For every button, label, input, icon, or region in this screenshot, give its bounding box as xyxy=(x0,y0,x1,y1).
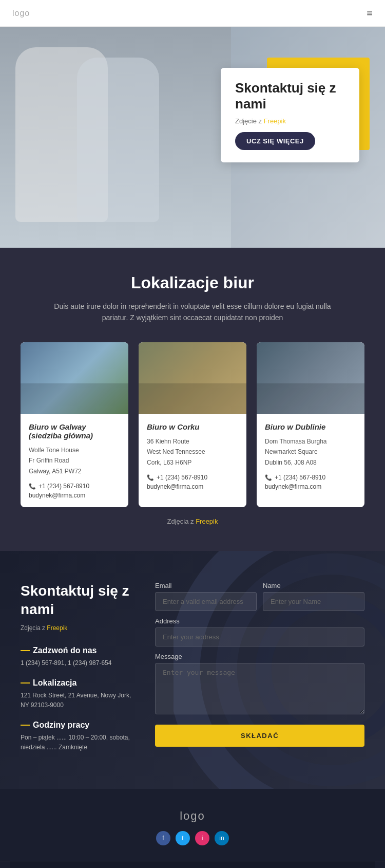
office-address-dublin: Dom Thomasa Burgha Newmarket Square Dubl… xyxy=(265,436,356,468)
office-name-cork: Biuro w Corku xyxy=(147,422,238,431)
message-label: Message xyxy=(155,653,364,660)
contact-hours: Godziny pracy Pon – piątek ...... 10:00 … xyxy=(21,721,134,752)
hero-card: Skontaktuj się z nami Zdjęcie z Freepik … xyxy=(221,68,359,162)
address-label: Address xyxy=(155,617,364,625)
hero-photo-credit: Zdjęcie z Freepik xyxy=(235,117,345,125)
office-body-galway: Biuro w Galway (siedziba główna) Wolfe T… xyxy=(21,414,128,507)
contact-section: Skontaktuj się z nami Zdjęcia z Freepik … xyxy=(0,551,385,789)
twitter-icon[interactable]: t xyxy=(176,831,190,845)
office-card-galway: Biuro w Galway (siedziba główna) Wolfe T… xyxy=(21,342,128,507)
address-input[interactable] xyxy=(155,627,364,647)
office-image-cork xyxy=(139,342,246,414)
office-image-galway xyxy=(21,342,128,414)
hero-people-image xyxy=(0,27,231,248)
hamburger-icon[interactable]: ≡ xyxy=(367,7,373,19)
contact-title: Skontaktuj się z nami xyxy=(21,582,134,619)
contact-location: Lokalizacja 121 Rock Street, 21 Avenue, … xyxy=(21,678,134,710)
contact-hours-text: Pon – piątek ...... 10:00 – 20:00, sobot… xyxy=(21,733,134,752)
office-image-dublin xyxy=(257,342,364,414)
footer-bottom: Sample text. Click to select the text bo… xyxy=(10,861,375,868)
instagram-icon[interactable]: i xyxy=(195,831,209,845)
office-address-cork: 36 Kiehn Route West Ned Tennessee Cork, … xyxy=(147,436,238,468)
contact-call-us: Zadzwoń do nas 1 (234) 567-891, 1 (234) … xyxy=(21,646,134,668)
contact-location-text: 121 Rock Street, 21 Avenue, Nowy Jork, N… xyxy=(21,691,134,710)
contact-call-heading: Zadzwoń do nas xyxy=(21,646,134,655)
office-card-dublin: Biuro w Dublinie Dom Thomasa Burgha Newm… xyxy=(257,342,364,507)
office-name-dublin: Biuro w Dublinie xyxy=(265,422,356,431)
contact-left-panel: Skontaktuj się z nami Zdjęcia z Freepik … xyxy=(21,582,134,763)
name-input[interactable] xyxy=(263,592,364,611)
hero-cta-button[interactable]: UCZ SIĘ WIĘCEJ xyxy=(235,132,315,150)
message-textarea[interactable] xyxy=(155,663,364,714)
form-group-message: Message xyxy=(155,653,364,714)
office-email-cork: budynek@firma.com xyxy=(147,483,238,490)
offices-freepik-link[interactable]: Freepik xyxy=(196,518,218,525)
office-phone-cork: +1 (234) 567-8910 xyxy=(147,474,238,481)
form-group-name: Name xyxy=(263,582,364,611)
office-card-cork: Biuro w Corku 36 Kiehn Route West Ned Te… xyxy=(139,342,246,507)
offices-title: Lokalizacje biur xyxy=(21,273,364,292)
office-email-dublin: budynek@firma.com xyxy=(265,483,356,490)
contact-photo-credit: Zdjęcia z Freepik xyxy=(21,624,134,632)
contact-hours-heading: Godziny pracy xyxy=(21,721,134,730)
linkedin-icon[interactable]: in xyxy=(215,831,229,845)
contact-freepik-link[interactable]: Freepik xyxy=(47,624,67,632)
form-group-email: Email xyxy=(155,582,257,611)
office-address-galway: Wolfe Tone House Fr Griffin Road Galway,… xyxy=(29,445,120,476)
offices-section: Lokalizacje biur Duis aute irure dolor i… xyxy=(0,248,385,551)
phone-icon xyxy=(265,474,272,481)
footer: logo f t i in Sample text. Click to sele… xyxy=(0,789,385,868)
hero-title: Skontaktuj się z nami xyxy=(235,80,345,112)
office-phone-galway: +1 (234) 567-8910 xyxy=(29,483,120,490)
form-group-address: Address xyxy=(155,617,364,647)
office-phone-dublin: +1 (234) 567-8910 xyxy=(265,474,356,481)
name-label: Name xyxy=(263,582,364,589)
form-row-email-name: Email Name xyxy=(155,582,364,611)
submit-button[interactable]: SKŁADAĆ xyxy=(155,725,364,747)
offices-description: Duis aute irure dolor in reprehenderit i… xyxy=(49,301,336,324)
facebook-icon[interactable]: f xyxy=(156,831,170,845)
contact-form-panel: Email Name Address Message SKŁADAĆ xyxy=(155,582,364,763)
hero-freepik-link[interactable]: Freepik xyxy=(264,117,286,125)
contact-location-heading: Lokalizacja xyxy=(21,678,134,688)
offices-cards-container: Biuro w Galway (siedziba główna) Wolfe T… xyxy=(21,342,364,507)
email-label: Email xyxy=(155,582,257,589)
phone-icon xyxy=(147,474,154,481)
header: logo ≡ xyxy=(0,0,385,27)
hero-section: Skontaktuj się z nami Zdjęcie z Freepik … xyxy=(0,27,385,248)
office-name-galway: Biuro w Galway (siedziba główna) xyxy=(29,422,120,440)
footer-socials: f t i in xyxy=(10,831,375,845)
offices-photo-credit: Zdjęcia z Freepik xyxy=(21,518,364,525)
phone-icon xyxy=(29,483,36,490)
footer-logo: logo xyxy=(10,809,375,823)
logo: logo xyxy=(12,9,30,18)
office-email-galway: budynek@firma.com xyxy=(29,492,120,499)
email-input[interactable] xyxy=(155,592,257,611)
contact-call-text: 1 (234) 567-891, 1 (234) 987-654 xyxy=(21,658,134,668)
office-body-cork: Biuro w Corku 36 Kiehn Route West Ned Te… xyxy=(139,414,246,498)
office-body-dublin: Biuro w Dublinie Dom Thomasa Burgha Newm… xyxy=(257,414,364,498)
